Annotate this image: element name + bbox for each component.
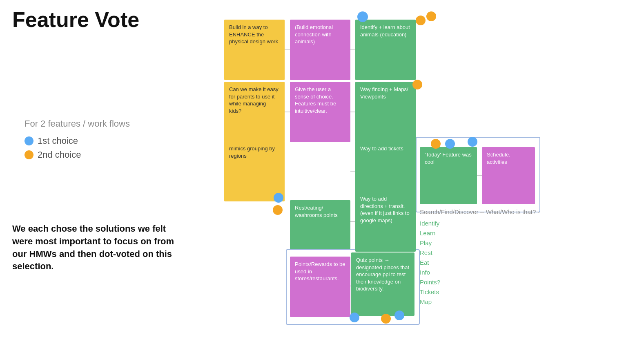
search-item-rest: Rest xyxy=(420,248,539,258)
canvas-dot-2 xyxy=(426,11,436,21)
note-n13: 'Today' Feature was cool xyxy=(420,147,477,204)
page-title: Feature Vote xyxy=(12,7,139,32)
search-title: Search/Find/Discover -- What/Who is that… xyxy=(420,208,539,215)
legend: For 2 features / work flows 1st choice 2… xyxy=(25,118,130,163)
note-n7: mimics grouping by regions xyxy=(224,141,285,201)
canvas-dot-5 xyxy=(273,205,283,215)
canvas-dot-10 xyxy=(468,137,477,147)
search-item-eat: Eat xyxy=(420,258,539,268)
legend-subtitle: For 2 features / work flows xyxy=(25,118,130,129)
search-item-learn: Learn xyxy=(420,228,539,238)
dot-blue-icon xyxy=(25,136,33,145)
note-n3: Identify + learn about animals (educatio… xyxy=(355,20,416,80)
canvas-dot-8 xyxy=(394,310,404,320)
note-n11: Points/Rewards to be used in stores/rest… xyxy=(290,257,350,317)
canvas-dot-7 xyxy=(381,314,391,324)
search-item-play: Play xyxy=(420,238,539,248)
body-text: We each chose the solutions we felt were… xyxy=(12,223,176,273)
legend-choice1: 1st choice xyxy=(25,136,130,146)
canvas-dot-6 xyxy=(350,313,359,322)
note-n5: Give the user a sense of choice. Feature… xyxy=(290,82,350,142)
canvas-dot-11 xyxy=(431,139,441,149)
search-item-info: Info xyxy=(420,268,539,277)
note-n1: Build in a way to ENHANCE the physical d… xyxy=(224,20,285,80)
note-n10: Way to add directions + transit. (even i… xyxy=(355,191,416,252)
note-n4: Can we make it easy for parents to use i… xyxy=(224,82,285,142)
note-n12: Quiz points → designated places that enc… xyxy=(351,252,414,316)
note-n2: (Build emotional connection with animals… xyxy=(290,20,350,80)
search-item-identify: Identify xyxy=(420,219,539,228)
note-n9: Rest/eating/ washrooms points xyxy=(290,200,350,249)
search-find-section: Search/Find/Discover -- What/Who is that… xyxy=(420,208,539,307)
canvas-dot-3 xyxy=(412,80,422,89)
canvas-dot-0 xyxy=(357,11,368,22)
canvas-dot-4 xyxy=(274,193,283,203)
note-n6: Way finding + Maps/ Viewpoints xyxy=(355,82,416,142)
search-list: Identify Learn Play Rest Eat Info Points… xyxy=(420,219,539,307)
search-item-tickets: Tickets xyxy=(420,287,539,297)
search-item-map: Map xyxy=(420,297,539,307)
dot-orange-icon xyxy=(25,150,33,159)
legend-choice2: 2nd choice xyxy=(25,150,130,160)
canvas-dot-1 xyxy=(416,16,426,25)
note-n14: Schedule, activities xyxy=(482,147,535,204)
search-item-points: Points? xyxy=(420,277,539,287)
canvas-dot-9 xyxy=(445,139,455,149)
